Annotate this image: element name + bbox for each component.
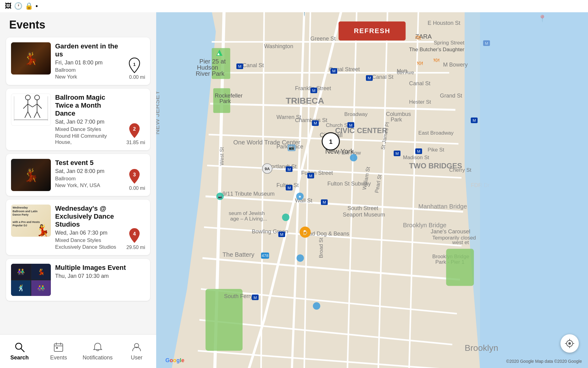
event-location-2: Round Hill Community House,	[55, 133, 119, 145]
svg-text:Hester St: Hester St	[409, 99, 431, 105]
pin-icon-3: 3	[128, 168, 141, 184]
svg-text:M Bowery: M Bowery	[443, 62, 468, 68]
svg-line-4	[28, 104, 32, 107]
nav-item-user[interactable]: User	[117, 342, 156, 361]
svg-rect-173	[480, 12, 588, 368]
svg-text:NEW JERSEY: NEW JERSEY	[156, 90, 161, 135]
event-info-4: Wednesday's @ Exclusively Dance Studios …	[55, 205, 119, 250]
refresh-button[interactable]: REFRESH	[338, 21, 405, 40]
event-distance-4: 29.50 mi	[124, 245, 145, 250]
list-item[interactable]: 💃 Test event 5 Sat, Jan 02 8:00 pm Ballr…	[6, 154, 150, 196]
svg-point-19	[16, 343, 22, 349]
svg-point-167	[313, 302, 320, 310]
svg-text:M: M	[288, 167, 291, 172]
event-type-3: Ballroom	[55, 176, 119, 182]
svg-text:Greene St: Greene St	[311, 36, 336, 42]
status-icon-photo: 🖼	[5, 2, 12, 10]
svg-text:Hudson: Hudson	[197, 64, 218, 71]
location-button[interactable]	[560, 334, 579, 353]
svg-text:South Ferry: South Ferry	[224, 293, 254, 300]
map-svg: Pier 25 at Hudson River Park Rockefeller…	[156, 12, 588, 368]
event-image-3: 💃	[11, 159, 51, 191]
svg-text:M: M	[314, 121, 317, 125]
event-distance-3: 0.00 mi	[124, 186, 145, 191]
svg-text:Mad Dog & Beans: Mad Dog & Beans	[304, 231, 349, 237]
svg-text:South Street: South Street	[347, 205, 378, 211]
event-marker-area-4: 4 29.50 mi	[124, 228, 145, 250]
svg-text:seum of Jewish: seum of Jewish	[229, 210, 265, 216]
svg-text:📷: 📷	[218, 195, 222, 199]
right-panel: Pier 25 at Hudson River Park Rockefeller…	[156, 12, 588, 368]
map-copyright: ©2020 Google Map data ©2020 Google	[506, 359, 582, 364]
svg-text:🍽: 🍽	[417, 60, 423, 66]
svg-line-12	[37, 112, 40, 118]
svg-text:▲: ▲	[216, 51, 221, 56]
event-marker-area-1: 1 0.00 mi	[124, 57, 145, 80]
list-item[interactable]: WednesdayBallroom and LatinDance Partywi…	[6, 200, 150, 255]
event-marker-area-2: 2 31.85 mi	[124, 123, 145, 145]
event-image-4: WednesdayBallroom and LatinDance Partywi…	[11, 205, 51, 237]
main-layout: Events 💃 Garden event in the us Fri, Jan…	[0, 12, 588, 368]
event-datetime-4: Wed, Jan 06 7:30 pm	[55, 230, 119, 236]
event-distance-1: 0.00 mi	[124, 75, 145, 80]
event-type-2: Mixed Dance Styles	[55, 126, 119, 132]
svg-text:Pier 25 at: Pier 25 at	[199, 58, 226, 65]
event-distance-2: 31.85 mi	[124, 140, 145, 145]
svg-text:East Broadway: East Broadway	[418, 130, 454, 136]
svg-text:Canal St: Canal St	[409, 80, 430, 86]
svg-text:Pike St: Pike St	[428, 147, 444, 153]
nav-item-notifications[interactable]: Notifications	[78, 342, 117, 361]
svg-text:9A: 9A	[265, 167, 270, 171]
nav-item-events[interactable]: Events	[39, 342, 78, 361]
svg-text:M: M	[473, 118, 476, 123]
svg-text:M: M	[254, 295, 257, 300]
svg-text:M: M	[238, 64, 241, 69]
event-image-5: 👫 💃 🕺 👫	[11, 264, 51, 296]
svg-text:3: 3	[133, 172, 136, 177]
svg-point-168	[350, 154, 357, 161]
status-dot: •	[36, 2, 38, 10]
event-location-4: Exclusively Dance Studios	[55, 244, 119, 250]
svg-rect-13	[14, 119, 48, 120]
svg-line-11	[34, 112, 37, 118]
svg-text:M: M	[332, 69, 336, 73]
svg-text:M: M	[309, 174, 312, 178]
svg-text:📷: 📷	[289, 145, 294, 150]
calendar-icon	[53, 342, 64, 353]
status-icon-clock: 🕐	[14, 2, 22, 10]
svg-point-176	[568, 342, 571, 345]
event-image-figure-3: 💃	[23, 167, 39, 182]
svg-text:M: M	[288, 186, 291, 190]
svg-text:M: M	[280, 232, 283, 237]
list-item[interactable]: 💃 Garden event in the us Fri, Jan 01 8:0…	[6, 37, 150, 85]
svg-text:TRIBECA: TRIBECA	[286, 96, 324, 105]
svg-rect-21	[54, 344, 63, 351]
left-panel: Events 💃 Garden event in the us Fri, Jan…	[0, 12, 156, 368]
svg-text:Madison St: Madison St	[403, 155, 429, 160]
event-location-3: New York, NY, USA	[55, 182, 119, 189]
event-info-1: Garden event in the us Fri, Jan 01 8:00 …	[55, 42, 119, 80]
status-bar: 🖼 🕐 🔒 •	[0, 0, 588, 12]
svg-text:Broadway: Broadway	[344, 111, 368, 117]
svg-point-163	[282, 214, 289, 221]
event-datetime-5: Thu, Jan 07 10:30 am	[55, 273, 145, 279]
svg-text:1: 1	[329, 138, 332, 145]
svg-rect-25	[56, 347, 58, 349]
event-info-3: Test event 5 Sat, Jan 02 8:00 pm Ballroo…	[55, 159, 119, 189]
event-image-dancer-4: 💃	[36, 224, 50, 237]
list-item[interactable]: Ballroom Magic Twice a Month Dance Sat, …	[6, 89, 150, 150]
list-item[interactable]: 👫 💃 🕺 👫 Multiple Images Event Thu, Jan 0…	[6, 259, 150, 301]
event-title-5: Multiple Images Event	[55, 264, 145, 272]
event-image-2	[11, 94, 51, 126]
svg-line-9	[32, 104, 37, 107]
bell-icon	[92, 342, 103, 353]
event-datetime-2: Sat, Jan 02 7:00 pm	[55, 119, 119, 125]
event-title-2: Ballroom Magic Twice a Month Dance	[55, 94, 119, 117]
svg-text:The Butcher's Daughter: The Butcher's Daughter	[409, 47, 464, 52]
page-title: Events	[0, 12, 156, 34]
nav-label-events: Events	[50, 355, 67, 361]
svg-text:Spring Street: Spring Street	[434, 40, 464, 46]
svg-line-5	[25, 112, 28, 118]
nav-item-search[interactable]: Search	[0, 342, 39, 361]
svg-text:Chambers St: Chambers St	[295, 117, 327, 123]
